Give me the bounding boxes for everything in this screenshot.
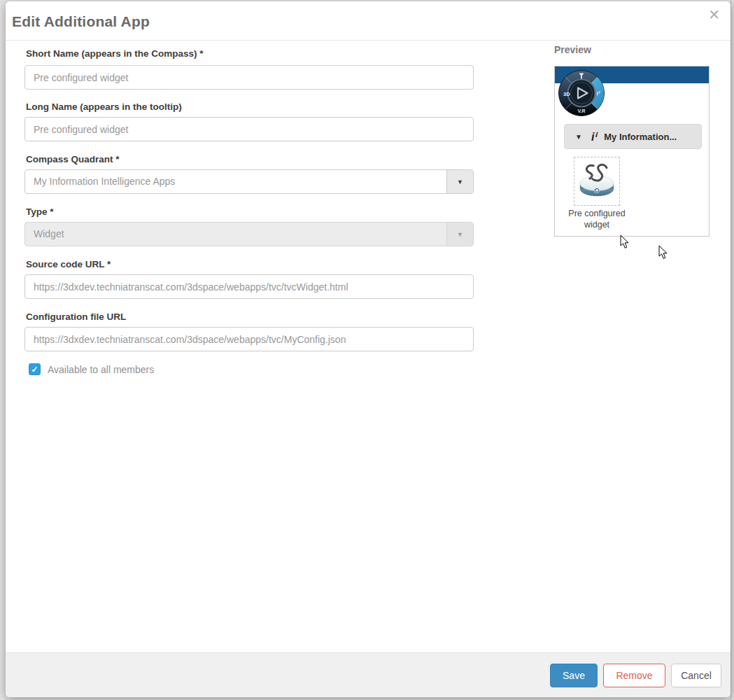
widget-preview-slot[interactable] bbox=[574, 157, 620, 206]
page-background-edge bbox=[731, 0, 734, 700]
quadrant-dropdown-label: My Information... bbox=[604, 132, 677, 142]
save-button[interactable]: Save bbox=[550, 664, 598, 687]
source-code-url-input[interactable] bbox=[24, 274, 474, 299]
dassault-ds-logo-icon bbox=[577, 161, 617, 202]
long-name-input[interactable] bbox=[24, 117, 474, 141]
mouse-cursor-icon bbox=[620, 234, 630, 249]
dialog-footer: Save Remove Cancel bbox=[6, 652, 731, 697]
compass-west-label: 3D bbox=[563, 91, 570, 97]
dialog-header: Edit Additional App ✕ bbox=[6, 1, 731, 41]
mouse-cursor-icon bbox=[658, 245, 668, 260]
configuration-file-url-label: Configuration file URL bbox=[26, 312, 126, 322]
compass-south-label: V.R bbox=[577, 108, 585, 113]
configuration-file-url-input[interactable] bbox=[24, 327, 474, 351]
3dexperience-compass-icon: 3D V.R iⁱ bbox=[558, 70, 605, 116]
edit-additional-app-dialog: Edit Additional App ✕ Short Name (appear… bbox=[6, 1, 731, 697]
type-select: Widget ▼ bbox=[24, 222, 474, 246]
compass-quadrant-value: My Information Intelligence Apps bbox=[25, 170, 446, 193]
dialog-title: Edit Additional App bbox=[12, 13, 150, 30]
chevron-down-icon: ▼ bbox=[575, 133, 582, 141]
chevron-down-icon: ▼ bbox=[446, 223, 473, 246]
quadrant-dropdown-button[interactable]: ▼ iⁱ My Information... bbox=[564, 124, 702, 149]
compass-quadrant-select[interactable]: My Information Intelligence Apps ▼ bbox=[24, 169, 474, 194]
chevron-down-icon[interactable]: ▼ bbox=[446, 170, 473, 193]
compass-quadrant-label: Compass Quadrant * bbox=[26, 154, 120, 164]
available-to-all-members-label: Available to all members bbox=[48, 364, 154, 375]
widget-caption: Pre configured widget bbox=[555, 209, 639, 230]
remove-button[interactable]: Remove bbox=[603, 664, 665, 687]
short-name-input[interactable] bbox=[24, 65, 474, 90]
information-intelligence-icon: iⁱ bbox=[591, 130, 596, 144]
available-to-all-members-checkbox[interactable]: ✓ bbox=[29, 363, 41, 375]
cancel-button[interactable]: Cancel bbox=[671, 664, 721, 687]
preview-title: Preview bbox=[554, 44, 591, 55]
long-name-label: Long Name (appears in the tooltip) bbox=[26, 102, 182, 112]
type-label: Type * bbox=[26, 206, 54, 217]
close-icon[interactable]: ✕ bbox=[708, 8, 720, 22]
source-code-url-label: Source code URL * bbox=[26, 259, 111, 270]
preview-panel: 3D V.R iⁱ ▼ iⁱ My Information... bbox=[554, 66, 710, 237]
short-name-label: Short Name (appears in the Compass) * bbox=[26, 48, 204, 59]
type-value: Widget bbox=[25, 223, 446, 246]
